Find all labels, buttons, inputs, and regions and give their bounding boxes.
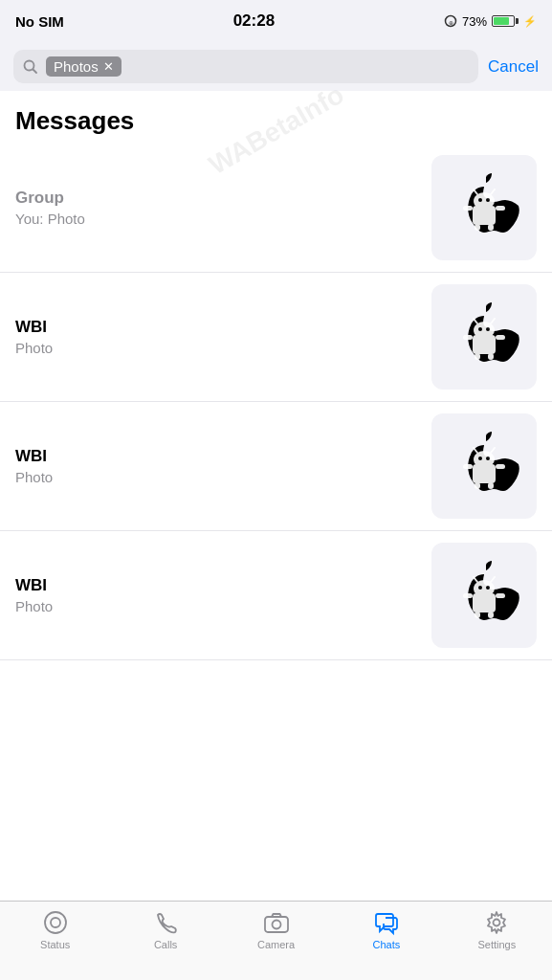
chat-info-4: WBI Photo <box>15 576 418 614</box>
tab-camera-label: Camera <box>257 939 295 950</box>
svg-rect-30 <box>475 482 480 489</box>
tab-status-label: Status <box>40 939 70 950</box>
chat-item-2[interactable]: WBI Photo <box>0 273 552 402</box>
charging-icon: ⚡ <box>523 15 537 28</box>
chat-name-1: Group <box>15 189 418 208</box>
svg-point-27 <box>486 457 490 460</box>
chat-list: Group You: Photo <box>0 144 552 660</box>
battery-icon <box>492 15 519 27</box>
chat-preview-1: You: Photo <box>15 211 418 227</box>
svg-point-47 <box>272 921 280 929</box>
svg-line-3 <box>33 69 37 73</box>
chat-thumbnail-3 <box>431 413 537 519</box>
wbi-logo-2 <box>446 299 522 375</box>
chat-item-3[interactable]: WBI Photo <box>0 402 552 531</box>
lock-icon: ⊕ <box>444 14 457 28</box>
tab-status[interactable]: Status <box>0 909 110 950</box>
battery-percent: 73% <box>462 14 487 29</box>
tab-settings-label: Settings <box>477 939 516 950</box>
svg-rect-13 <box>496 206 505 211</box>
svg-point-7 <box>486 198 490 202</box>
status-right: ⊕ 73% ⚡ <box>444 14 537 29</box>
search-tag[interactable]: Photos ✕ <box>46 56 121 77</box>
svg-rect-43 <box>496 593 505 598</box>
chat-thumbnail-2 <box>431 284 537 390</box>
time-label: 02:28 <box>233 11 275 31</box>
svg-rect-23 <box>496 335 505 340</box>
chat-name-4: WBI <box>15 576 418 595</box>
search-bar: Photos ✕ Cancel <box>0 42 552 91</box>
svg-rect-22 <box>463 335 473 340</box>
chat-preview-2: Photo <box>15 340 418 356</box>
svg-rect-41 <box>488 612 494 618</box>
search-tag-label: Photos <box>54 58 99 75</box>
status-bar: No SIM 02:28 ⊕ 73% ⚡ <box>0 0 552 42</box>
svg-line-19 <box>491 319 495 323</box>
chat-thumbnail-1 <box>431 155 537 260</box>
camera-icon <box>263 909 290 936</box>
search-tag-close[interactable]: ✕ <box>103 59 114 74</box>
svg-rect-40 <box>475 612 480 618</box>
tab-camera[interactable]: Camera <box>221 909 331 950</box>
tab-chats-label: Chats <box>373 939 401 950</box>
svg-text:⊕: ⊕ <box>448 20 453 26</box>
svg-rect-42 <box>463 593 473 598</box>
svg-rect-11 <box>488 224 494 231</box>
chats-icon <box>373 909 400 936</box>
svg-rect-20 <box>475 353 480 360</box>
svg-rect-12 <box>463 206 473 211</box>
svg-rect-31 <box>488 482 494 489</box>
section-title: Messages <box>15 106 134 135</box>
svg-rect-32 <box>463 464 473 469</box>
svg-rect-21 <box>488 353 494 360</box>
settings-icon <box>483 909 510 936</box>
svg-point-6 <box>478 198 482 202</box>
svg-line-29 <box>491 448 495 453</box>
chat-item-4[interactable]: WBI Photo <box>0 531 552 660</box>
wbi-logo-1 <box>446 169 522 246</box>
search-icon <box>23 59 38 75</box>
svg-rect-46 <box>265 917 288 932</box>
section-header: Messages <box>0 91 552 144</box>
svg-point-16 <box>478 327 482 331</box>
chat-item-1[interactable]: Group You: Photo <box>0 144 552 273</box>
svg-rect-33 <box>496 464 505 469</box>
svg-point-44 <box>45 912 66 933</box>
svg-point-37 <box>486 586 490 590</box>
cancel-button[interactable]: Cancel <box>488 57 539 77</box>
svg-point-17 <box>486 327 490 331</box>
svg-line-39 <box>491 577 495 582</box>
tab-bar: Status Calls Camera Chats Settings <box>0 901 552 980</box>
chat-name-2: WBI <box>15 318 418 337</box>
tab-calls[interactable]: Calls <box>110 909 220 950</box>
wbi-logo-4 <box>446 557 522 634</box>
svg-point-45 <box>51 918 60 927</box>
tab-settings[interactable]: Settings <box>442 909 552 950</box>
calls-icon <box>152 909 179 936</box>
svg-line-9 <box>491 189 495 194</box>
search-input-wrapper[interactable]: Photos ✕ <box>13 50 478 83</box>
tab-chats[interactable]: Chats <box>331 909 441 950</box>
chat-thumbnail-4 <box>431 543 537 648</box>
chat-preview-4: Photo <box>15 598 418 614</box>
svg-point-48 <box>494 920 500 926</box>
wbi-logo-3 <box>446 428 522 504</box>
svg-rect-10 <box>475 224 480 231</box>
carrier-label: No SIM <box>15 13 64 30</box>
status-icon <box>42 909 69 936</box>
svg-point-36 <box>478 586 482 590</box>
chat-info-2: WBI Photo <box>15 318 418 356</box>
chat-info-3: WBI Photo <box>15 447 418 485</box>
tab-calls-label: Calls <box>154 939 177 950</box>
svg-point-26 <box>478 457 482 460</box>
chat-name-3: WBI <box>15 447 418 466</box>
chat-preview-3: Photo <box>15 469 418 485</box>
chat-info-1: Group You: Photo <box>15 189 418 227</box>
